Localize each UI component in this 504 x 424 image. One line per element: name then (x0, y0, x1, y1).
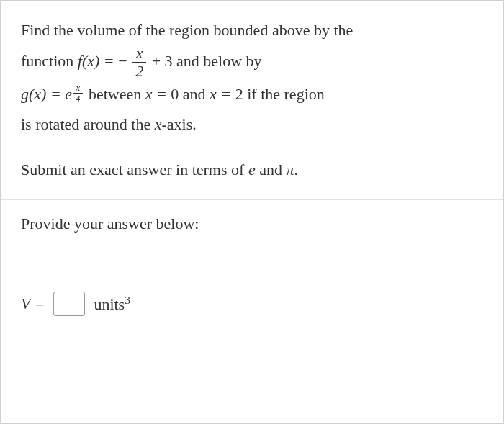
answer-section: V = units3 (1, 248, 503, 345)
text: if the region (247, 85, 325, 103)
text: function (21, 51, 78, 69)
answer-prompt: Provide your answer below: (21, 215, 483, 233)
minus-sign: − (118, 51, 127, 69)
fraction-x-over-2: x 2 (132, 45, 146, 79)
pi-symbol: π (286, 161, 294, 179)
units-word: units (94, 295, 125, 313)
v-equals: V = (21, 294, 45, 313)
text: Find the volume of the region bounded ab… (21, 21, 353, 39)
two: 2 (235, 85, 243, 103)
denominator: 2 (132, 62, 146, 79)
text: -axis. (162, 115, 197, 133)
text: . (294, 161, 298, 179)
units-exponent: 3 (125, 294, 130, 306)
text: between (89, 85, 145, 103)
x-var: x (155, 115, 162, 133)
plus-three: + 3 (152, 51, 173, 69)
answer-row: V = units3 (21, 292, 483, 316)
x-eq: x = (210, 85, 235, 103)
volume-input[interactable] (53, 292, 85, 316)
answer-prompt-section: Provide your answer below: (1, 200, 503, 248)
x-eq: x = (145, 85, 171, 103)
exponent-x-over-4: x 4 (73, 84, 83, 104)
text: and (256, 161, 287, 179)
problem-statement: Find the volume of the region bounded ab… (1, 1, 503, 200)
gx-lhs: g(x) = e (21, 85, 72, 103)
fx-lhs: f(x) = (78, 51, 118, 69)
problem-card: Find the volume of the region bounded ab… (0, 0, 504, 424)
numerator: x (133, 45, 146, 62)
text: and below by (176, 51, 262, 69)
e-symbol: e (248, 161, 256, 179)
text: is rotated around the (21, 115, 155, 133)
units-label: units3 (94, 294, 130, 314)
numerator: x (73, 84, 83, 94)
zero: 0 (171, 85, 179, 103)
denominator: 4 (73, 93, 83, 104)
text: Submit an exact answer in terms of (21, 161, 248, 179)
text: and (183, 85, 210, 103)
